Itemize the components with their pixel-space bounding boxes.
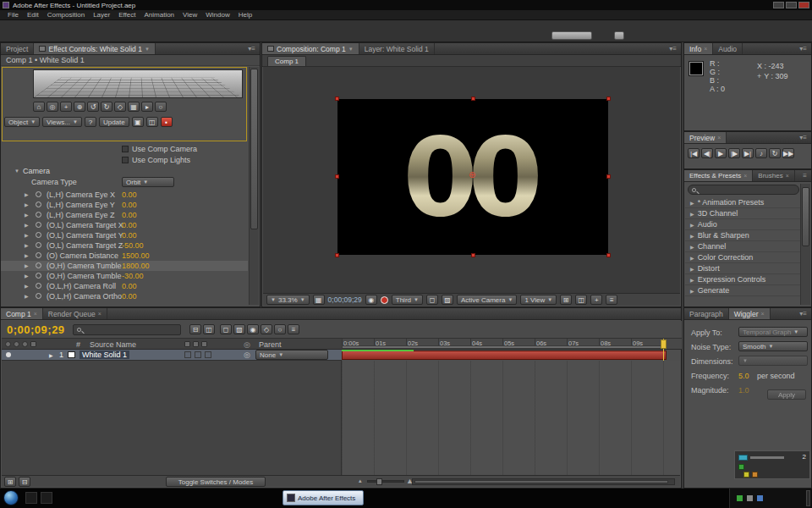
orbit-camera-icon[interactable]: ◎ (47, 102, 58, 112)
snapshot-icon[interactable]: ◉ (365, 295, 377, 305)
tab-audio[interactable]: Audio (713, 43, 743, 54)
play-icon[interactable]: ▶ (715, 148, 727, 158)
composition-mini-flowchart-icon[interactable]: ⊟ (189, 324, 201, 334)
selection-tool-icon[interactable]: ▸ (141, 102, 153, 112)
layer-switch-box[interactable] (205, 351, 211, 358)
zoom-slider-thumb[interactable] (376, 478, 382, 485)
first-frame-icon[interactable]: |◀ (688, 148, 700, 158)
close-icon[interactable]: × (34, 311, 37, 317)
mini-flowchart-panel[interactable]: 2 (734, 450, 810, 479)
timeline-zoom-slider[interactable] (367, 480, 404, 483)
close-icon[interactable]: × (717, 135, 721, 141)
param-value[interactable]: 0.00 (122, 231, 137, 240)
rotate-left-icon[interactable]: ↺ (87, 102, 99, 112)
disclosure-triangle-icon[interactable]: ▶ (690, 211, 694, 217)
index-column-header[interactable]: # (76, 340, 80, 349)
menu-window[interactable]: Window (201, 11, 233, 19)
disclosure-triangle-icon[interactable]: ▶ (25, 283, 29, 289)
current-time-indicator[interactable] (661, 340, 667, 349)
category-row[interactable]: ▶Expression Controls (685, 274, 800, 285)
disclosure-triangle-icon[interactable]: ▶ (25, 202, 29, 207)
selection-handle[interactable] (471, 253, 475, 257)
loop-icon[interactable]: ↻ (769, 148, 781, 158)
panel-menu-icon[interactable]: ▾≡ (795, 132, 811, 143)
source-name-column-header[interactable]: Source Name (90, 340, 136, 349)
options-icon[interactable]: ◫ (146, 117, 158, 127)
grid-toggle-icon[interactable]: ▦ (128, 102, 140, 112)
frequency-value[interactable]: 5.0 (738, 372, 749, 380)
param-value[interactable]: 0.00 (122, 190, 137, 199)
motion-blur-icon[interactable]: ◉ (247, 324, 259, 334)
tab-timeline-comp[interactable]: Comp 1× (1, 308, 43, 319)
stopwatch-icon[interactable] (36, 222, 41, 228)
tray-icon[interactable] (757, 495, 763, 501)
selection-handle[interactable] (335, 97, 339, 101)
disclosure-triangle-icon[interactable]: ▼ (14, 168, 19, 174)
time-ruler[interactable]: 0:00s 01s 02s 03s 04s 05s 06s 07s 08s 09… (342, 339, 682, 350)
stopwatch-icon[interactable] (36, 293, 41, 299)
update-button[interactable]: Update (99, 117, 129, 127)
layer-switch-box[interactable] (195, 351, 201, 358)
stopwatch-icon[interactable] (36, 202, 41, 207)
fast-preview-icon[interactable]: ◫ (575, 295, 587, 305)
disclosure-triangle-icon[interactable]: ▶ (25, 293, 29, 299)
timeline-button-icon[interactable]: + (590, 295, 602, 305)
disclosure-triangle-icon[interactable]: ▶ (690, 277, 694, 283)
scrollbar-vertical[interactable] (800, 184, 810, 305)
tab-render-queue[interactable]: Render Queue× (43, 308, 107, 319)
stopwatch-icon[interactable] (36, 212, 41, 218)
tab-paragraph[interactable]: Paragraph (684, 308, 729, 319)
category-row[interactable]: ▶* Animation Presets (685, 197, 800, 208)
panel-menu-icon[interactable]: ▾≡ (244, 43, 260, 54)
param-value[interactable]: 0.00 (122, 282, 137, 290)
disclosure-triangle-icon[interactable]: ▶ (25, 262, 29, 268)
noise-type-dropdown[interactable]: Smooth▼ (738, 341, 808, 351)
menu-layer[interactable]: Layer (89, 11, 114, 19)
region-of-interest-icon[interactable]: ◻ (426, 295, 438, 305)
zoom-dropdown[interactable]: ▼33.3%▼ (266, 295, 310, 305)
param-value[interactable]: 1800.00 (122, 262, 150, 270)
disclosure-triangle-icon[interactable]: ▶ (49, 352, 53, 358)
tab-layer[interactable]: Layer: White Solid 1 (359, 43, 435, 54)
selection-handle[interactable] (471, 97, 475, 101)
disclosure-triangle-icon[interactable]: ▶ (690, 233, 694, 239)
track-z-icon[interactable]: ⊕ (74, 102, 85, 112)
next-frame-icon[interactable]: |▶ (728, 148, 740, 158)
param-value[interactable]: -30.00 (122, 272, 144, 280)
timeline-track-area[interactable] (342, 361, 680, 475)
category-row[interactable]: ▶Generate (685, 285, 800, 296)
menu-effect[interactable]: Effect (114, 11, 140, 19)
disclosure-triangle-icon[interactable]: ▶ (690, 222, 694, 228)
use-comp-camera-checkbox[interactable] (122, 146, 129, 152)
stopwatch-icon[interactable] (36, 232, 41, 238)
diamond-tool-icon[interactable]: ◇ (114, 102, 126, 112)
work-area-bar[interactable] (342, 345, 667, 349)
graph-editor-icon[interactable]: ≡ (288, 324, 299, 334)
param-value[interactable]: 0.00 (122, 221, 137, 229)
effects-search-input[interactable] (688, 185, 799, 195)
previous-frame-icon[interactable]: ◀| (701, 148, 713, 158)
toggle-switches-modes-button[interactable]: Toggle Switches / Modes (166, 477, 266, 487)
restore-button[interactable] (786, 2, 797, 8)
eye-icon[interactable] (6, 352, 11, 357)
category-row[interactable]: ▶Blur & Sharpen (685, 230, 800, 241)
tray-icon[interactable] (747, 495, 753, 501)
camera-type-dropdown[interactable]: Orbit▼ (122, 177, 174, 187)
close-icon[interactable]: × (786, 173, 789, 179)
resolution-dropdown[interactable]: Third▼ (392, 295, 423, 305)
workspace-selector[interactable] (551, 31, 592, 40)
transparency-grid-icon[interactable]: ▨ (442, 295, 453, 305)
param-value[interactable]: -50.00 (122, 241, 144, 250)
layer-color-swatch[interactable] (68, 351, 75, 358)
search-help-button[interactable] (614, 31, 624, 40)
close-icon[interactable]: × (98, 311, 102, 317)
comp-chip[interactable]: Comp 1 (267, 56, 306, 66)
close-button[interactable] (798, 2, 809, 8)
category-row[interactable]: ▶Channel (685, 241, 800, 252)
scrollbar-vertical[interactable] (249, 67, 259, 305)
start-button[interactable] (3, 490, 19, 505)
flowchart-button-icon[interactable]: ≡ (606, 295, 617, 305)
disclosure-triangle-icon[interactable]: ▶ (25, 242, 29, 248)
param-value[interactable]: 0.00 (122, 292, 137, 301)
panel-menu-icon[interactable]: ▾≡ (795, 43, 811, 54)
